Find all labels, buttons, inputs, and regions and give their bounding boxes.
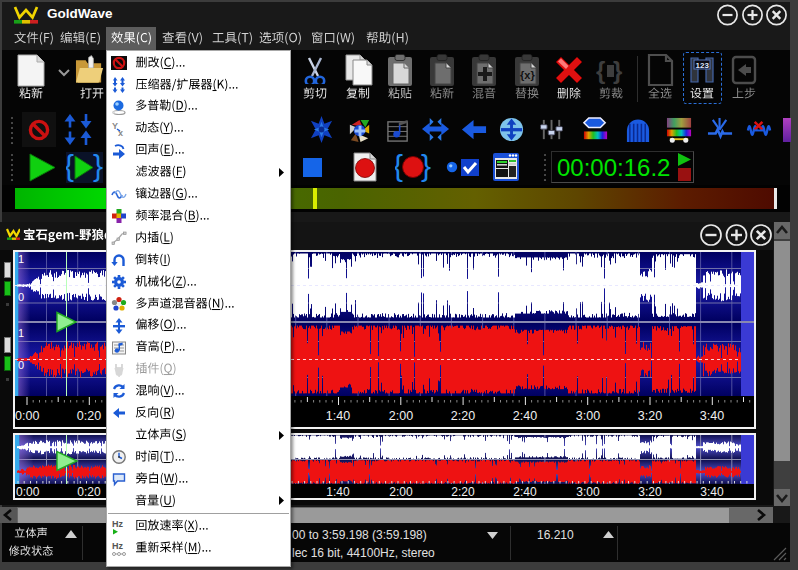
svg-text:0:00: 0:00 [16,485,40,499]
svg-text:3:20: 3:20 [638,409,662,423]
svg-text:0: 0 [18,359,24,371]
svg-text:1:40: 1:40 [326,409,350,423]
svg-text:3:00: 3:00 [576,485,600,499]
svg-text:Hz: Hz [112,541,123,551]
svg-text:Hz: Hz [112,519,123,529]
svg-text:1:40: 1:40 [326,485,350,499]
svg-text:0:20: 0:20 [77,409,101,423]
svg-text:1: 1 [18,253,24,265]
svg-text:2:40: 2:40 [513,409,537,423]
svg-text:3:00: 3:00 [576,409,600,423]
svg-text:3:40: 3:40 [700,485,724,499]
svg-text:2:00: 2:00 [389,485,413,499]
svg-text:0:00: 0:00 [15,409,39,423]
svg-text:1: 1 [18,327,24,339]
svg-text:0:20: 0:20 [77,485,101,499]
svg-text:3:20: 3:20 [638,485,662,499]
svg-text:2:20: 2:20 [451,409,475,423]
svg-text:2:40: 2:40 [513,485,537,499]
svg-text:2:20: 2:20 [451,485,475,499]
svg-text:2:00: 2:00 [389,409,413,423]
svg-text:0: 0 [18,291,24,303]
svg-text:3:40: 3:40 [700,409,724,423]
